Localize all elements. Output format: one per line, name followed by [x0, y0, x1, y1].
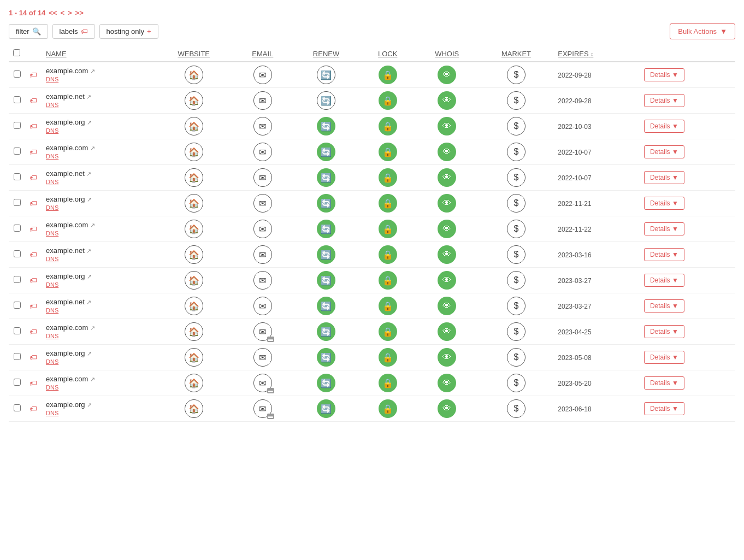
renew-icon[interactable]: 🔄: [317, 348, 335, 367]
website-icon[interactable]: 🏠: [185, 297, 203, 315]
domain-link[interactable]: example.com: [46, 144, 88, 152]
market-icon[interactable]: $: [507, 271, 525, 290]
whois-icon[interactable]: 👁: [438, 322, 456, 341]
renew-sort-link[interactable]: RENEW: [313, 50, 339, 58]
renew-icon[interactable]: 🔄: [317, 297, 335, 315]
renew-icon[interactable]: 🔄: [317, 168, 335, 187]
tag-icon[interactable]: 🏷: [29, 250, 37, 259]
email-icon[interactable]: ✉: [253, 245, 272, 264]
email-sort-link[interactable]: EMAIL: [252, 50, 273, 58]
lock-icon[interactable]: 🔒: [379, 194, 397, 213]
lock-icon[interactable]: 🔒: [379, 220, 397, 238]
website-icon[interactable]: 🏠: [185, 117, 203, 135]
email-icon[interactable]: ✉: [253, 168, 272, 187]
lock-icon[interactable]: 🔒: [379, 374, 397, 392]
market-icon[interactable]: $: [507, 245, 525, 264]
tag-icon[interactable]: 🏷: [29, 148, 37, 156]
lock-icon[interactable]: 🔒: [379, 168, 397, 187]
email-icon[interactable]: ✉: [253, 271, 272, 290]
select-all-checkbox[interactable]: [13, 49, 20, 56]
hosting-only-button[interactable]: hosting only +: [99, 24, 158, 39]
details-button[interactable]: Details ▼: [644, 120, 684, 133]
dns-link[interactable]: DNS: [46, 256, 58, 262]
renew-icon[interactable]: 🔄: [317, 91, 335, 110]
domain-link[interactable]: example.com: [46, 221, 88, 229]
dns-link[interactable]: DNS: [46, 179, 58, 185]
tag-icon[interactable]: 🏷: [29, 96, 37, 105]
row-checkbox[interactable]: [14, 327, 21, 334]
email-icon[interactable]: ✉: [253, 348, 272, 367]
row-checkbox[interactable]: [14, 173, 21, 180]
renew-icon[interactable]: 🔄: [317, 374, 335, 392]
details-button[interactable]: Details ▼: [644, 299, 684, 313]
email-icon[interactable]: ✉: [253, 91, 272, 110]
renew-icon[interactable]: 🔄: [317, 271, 335, 290]
dns-link[interactable]: DNS: [46, 153, 58, 160]
dns-link[interactable]: DNS: [46, 281, 58, 288]
name-sort-link[interactable]: NAME: [46, 50, 67, 58]
website-icon[interactable]: 🏠: [185, 66, 203, 84]
dns-link[interactable]: DNS: [46, 410, 58, 416]
row-checkbox[interactable]: [14, 404, 21, 411]
dns-link[interactable]: DNS: [46, 102, 58, 108]
dns-link[interactable]: DNS: [46, 204, 58, 211]
market-icon[interactable]: $: [507, 374, 525, 392]
whois-icon[interactable]: 👁: [438, 245, 456, 264]
row-checkbox[interactable]: [14, 302, 21, 309]
pagination-prev[interactable]: <: [60, 9, 64, 17]
whois-icon[interactable]: 👁: [438, 399, 456, 418]
market-sort-link[interactable]: MARKET: [501, 50, 531, 58]
dns-link[interactable]: DNS: [46, 127, 58, 134]
pagination-first[interactable]: <<: [49, 9, 57, 17]
details-button[interactable]: Details ▼: [644, 171, 684, 184]
row-checkbox[interactable]: [14, 96, 21, 103]
lock-icon[interactable]: 🔒: [379, 66, 397, 84]
tag-icon[interactable]: 🏷: [29, 70, 37, 79]
dns-link[interactable]: DNS: [46, 230, 58, 237]
renew-icon[interactable]: 🔄: [317, 245, 335, 264]
renew-icon[interactable]: 🔄: [317, 399, 335, 418]
details-button[interactable]: Details ▼: [644, 222, 684, 235]
domain-link[interactable]: example.net: [46, 246, 85, 255]
lock-icon[interactable]: 🔒: [379, 117, 397, 135]
tag-icon[interactable]: 🏷: [29, 173, 37, 182]
details-button[interactable]: Details ▼: [644, 68, 684, 81]
lock-icon[interactable]: 🔒: [379, 245, 397, 264]
row-checkbox[interactable]: [14, 199, 21, 206]
row-checkbox[interactable]: [14, 353, 21, 360]
whois-icon[interactable]: 👁: [438, 91, 456, 110]
domain-link[interactable]: example.org: [46, 400, 85, 409]
tag-icon[interactable]: 🏷: [29, 379, 37, 387]
dns-link[interactable]: DNS: [46, 358, 58, 365]
row-checkbox[interactable]: [14, 276, 21, 283]
row-checkbox[interactable]: [14, 148, 21, 155]
row-checkbox[interactable]: [14, 379, 21, 386]
domain-link[interactable]: example.net: [46, 298, 85, 306]
domain-link[interactable]: example.org: [46, 349, 85, 357]
details-button[interactable]: Details ▼: [644, 402, 684, 415]
domain-link[interactable]: example.com: [46, 375, 88, 383]
whois-icon[interactable]: 👁: [438, 143, 456, 161]
market-icon[interactable]: $: [507, 194, 525, 213]
tag-icon[interactable]: 🏷: [29, 276, 37, 285]
lock-icon[interactable]: 🔒: [379, 91, 397, 110]
details-button[interactable]: Details ▼: [644, 248, 684, 261]
renew-icon[interactable]: 🔄: [317, 220, 335, 238]
email-icon[interactable]: ✉: [253, 143, 272, 161]
details-button[interactable]: Details ▼: [644, 274, 684, 287]
website-icon[interactable]: 🏠: [185, 168, 203, 187]
tag-icon[interactable]: 🏷: [29, 353, 37, 362]
pagination-next[interactable]: >: [68, 9, 72, 17]
tag-icon[interactable]: 🏷: [29, 199, 37, 208]
tag-icon[interactable]: 🏷: [29, 122, 37, 131]
renew-icon[interactable]: 🔄: [317, 66, 335, 84]
email-icon[interactable]: ✉: [253, 117, 272, 135]
market-icon[interactable]: $: [507, 66, 525, 84]
market-icon[interactable]: $: [507, 297, 525, 315]
row-checkbox[interactable]: [14, 250, 21, 257]
tag-icon[interactable]: 🏷: [29, 327, 37, 336]
details-button[interactable]: Details ▼: [644, 94, 684, 107]
domain-link[interactable]: example.org: [46, 195, 85, 203]
dns-link[interactable]: DNS: [46, 384, 58, 391]
row-checkbox[interactable]: [14, 225, 21, 232]
